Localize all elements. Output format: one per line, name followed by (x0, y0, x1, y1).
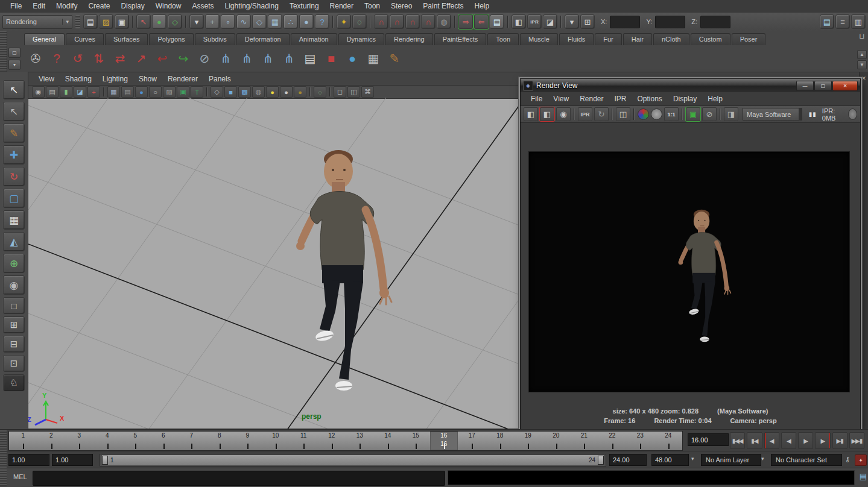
tab-hair[interactable]: Hair (623, 33, 652, 45)
rv-menu-render[interactable]: Render (574, 95, 609, 103)
timeline-current-frame[interactable]: 16 (430, 432, 458, 450)
rv-menu-file[interactable]: File (525, 95, 548, 103)
tl-cell[interactable]: 18 (486, 432, 515, 450)
rv-menu-view[interactable]: View (548, 95, 574, 103)
hypergraph-window-icon[interactable]: ▤ (301, 49, 319, 68)
show-manipulator-tool[interactable]: ⊕ (3, 254, 25, 273)
menu-file[interactable]: File (5, 0, 27, 13)
soft-modification-tool[interactable]: ◭ (3, 232, 25, 251)
vp-menu-renderer[interactable]: Renderer (162, 75, 203, 83)
open-render-settings-icon[interactable]: ◨ (724, 107, 738, 121)
tab-general[interactable]: General (24, 33, 65, 45)
camera-orbit-icon[interactable]: ↺ (69, 49, 87, 68)
tab-surfaces[interactable]: Surfaces (105, 33, 148, 45)
layout-four-pane-button[interactable]: ⊞ (3, 316, 25, 333)
anim-layer-dropdown[interactable]: No Anim Layer (701, 454, 761, 466)
snapshot-icon[interactable]: ◉ (556, 107, 571, 121)
tab-deformation[interactable]: Deformation (236, 33, 290, 45)
make-live-icon[interactable]: ◍ (437, 14, 451, 29)
region-render-icon[interactable]: ◫ (616, 107, 630, 121)
select-hierarchy-icon[interactable]: ↖ (136, 14, 151, 29)
mask-deformations-icon[interactable]: ▦ (268, 14, 282, 29)
paint-selection-tool[interactable]: ✎ (3, 124, 25, 143)
menu-set-dropdown[interactable]: Rendering ▾ (2, 15, 72, 29)
z-coordinate-input[interactable] (700, 16, 730, 28)
hypergraph-node-icon[interactable]: ⋔ (217, 49, 235, 68)
lock-selection-icon[interactable]: ✦ (337, 14, 351, 29)
tl-cell[interactable]: 24 (654, 432, 683, 450)
rotate-tool[interactable]: ↻ (3, 167, 25, 186)
image-plane-icon[interactable]: ◪ (74, 86, 86, 98)
rgb-channels-icon[interactable] (638, 108, 649, 120)
auto-keyframe-toggle[interactable]: ✦ (855, 454, 867, 466)
remove-image-icon[interactable]: ⊘ (702, 107, 717, 121)
tl-cell[interactable]: 9 (233, 432, 262, 450)
input-connections-icon[interactable]: ⇒ (458, 14, 473, 29)
camera-fly-icon[interactable]: ↗ (132, 49, 150, 68)
vp-menu-view[interactable]: View (33, 75, 60, 83)
shelf-grip[interactable] (0, 31, 7, 72)
x-coordinate-input[interactable] (610, 16, 640, 28)
menu-assets[interactable]: Assets (186, 0, 219, 13)
playback-end-field[interactable] (609, 454, 647, 466)
symmetry-icon[interactable]: ⊞ (580, 14, 595, 29)
one-to-one-icon[interactable]: 1:1 (664, 107, 679, 121)
default-lighting-icon[interactable]: ● (266, 86, 279, 98)
lasso-tool[interactable]: ↖ (3, 102, 25, 121)
highlight-selection-icon[interactable]: ◌ (352, 14, 367, 29)
redo-icon[interactable]: ↪ (174, 49, 192, 68)
move-tool[interactable]: ✚ (3, 145, 25, 165)
mask-surfaces-icon[interactable]: ◇ (252, 14, 267, 29)
command-grip[interactable] (0, 470, 7, 486)
tab-poser[interactable]: Poser (732, 33, 766, 45)
snap-to-view-planes-icon[interactable]: ∩ (421, 14, 436, 29)
layout-persp-outliner-button[interactable]: ⊟ (3, 336, 25, 353)
pan-zoom-icon[interactable]: + (87, 86, 100, 98)
menu-paint-effects[interactable]: Paint Effects (417, 0, 469, 13)
snap-to-curves-icon[interactable]: ∩ (390, 14, 404, 29)
mask-handles-icon[interactable]: + (205, 14, 220, 29)
isolate-select-icon[interactable]: ◌ (314, 86, 326, 98)
layout-single-pane-button[interactable]: □ (3, 297, 25, 314)
tl-cell[interactable]: 22 (598, 432, 627, 450)
menu-help[interactable]: Help (469, 0, 495, 13)
tl-cell[interactable]: 17 (458, 432, 486, 450)
mask-rendering-icon[interactable]: ● (299, 14, 314, 29)
render-settings-icon[interactable]: ◪ (543, 14, 557, 29)
tab-fluids[interactable]: Fluids (559, 33, 594, 45)
mask-points-icon[interactable]: ∘ (221, 14, 235, 29)
paint-effects-brush-icon[interactable]: ✎ (385, 49, 404, 68)
backface-culling-icon[interactable]: ◫ (347, 86, 360, 98)
rv-menu-options[interactable]: Options (632, 95, 668, 103)
vp-menu-shading[interactable]: Shading (60, 75, 97, 83)
safe-action-icon[interactable]: ▣ (177, 86, 189, 98)
select-tool[interactable]: ↖ (3, 80, 25, 99)
delete-icon[interactable]: ⊘ (195, 49, 214, 68)
rendered-image[interactable] (528, 151, 850, 392)
menu-display[interactable]: Display (115, 0, 150, 13)
vp-menu-panels[interactable]: Panels (203, 75, 236, 83)
anim-layer-chevron-icon[interactable]: ▾ (691, 456, 694, 462)
assign-shader-icon[interactable]: ● (343, 49, 361, 68)
tab-muscle[interactable]: Muscle (520, 33, 558, 45)
layout-custom-button[interactable]: ♘ (3, 374, 25, 391)
tl-cell[interactable]: 1 (9, 432, 37, 450)
panel-share-icon[interactable]: ⌘ (361, 86, 374, 98)
select-component-icon[interactable]: ◇ (168, 14, 182, 29)
refresh-ipr-icon[interactable]: ↻ (594, 107, 609, 121)
camera-pan-icon[interactable]: ⇅ (90, 49, 108, 68)
tl-cell[interactable]: 23 (626, 432, 654, 450)
trash-icon[interactable]: ⊔ (859, 32, 864, 40)
tl-cell[interactable]: 21 (570, 432, 598, 450)
new-scene-icon[interactable]: ▤ (83, 14, 98, 29)
tab-custom[interactable]: Custom (691, 33, 730, 45)
command-input[interactable] (33, 471, 445, 486)
play-backwards-button[interactable]: ◀ (781, 432, 796, 449)
menu-texturing[interactable]: Texturing (284, 0, 325, 13)
tab-polygons[interactable]: Polygons (149, 33, 193, 45)
tl-cell[interactable]: 4 (93, 432, 122, 450)
all-lights-icon[interactable]: ● (280, 86, 293, 98)
tl-cell[interactable]: 7 (177, 432, 206, 450)
smooth-shade-icon[interactable]: ■ (224, 86, 237, 98)
poly-group-icon[interactable]: ▦ (364, 49, 382, 68)
